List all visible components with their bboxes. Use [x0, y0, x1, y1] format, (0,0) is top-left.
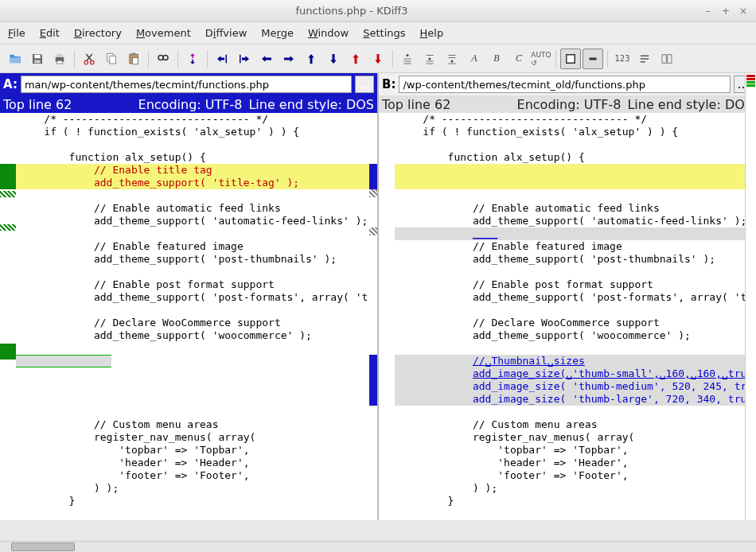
- svg-rect-11: [133, 57, 138, 64]
- svg-rect-19: [567, 54, 575, 63]
- menu-movement[interactable]: Movement: [136, 27, 191, 39]
- svg-point-13: [163, 55, 168, 60]
- window-title: functions.php - KDiff3: [6, 5, 697, 17]
- code-line: [16, 406, 377, 418]
- menu-window[interactable]: Window: [308, 27, 349, 39]
- up-conflict-icon[interactable]: [301, 49, 321, 69]
- code-line: add_image_size( 'thumb-medium', 520, 245…: [395, 380, 756, 393]
- show-numbers-button[interactable]: 123: [612, 49, 633, 69]
- pane-a-path-input[interactable]: [21, 76, 352, 93]
- pane-a-gutter: [0, 113, 16, 520]
- overview-ruler[interactable]: [745, 73, 756, 520]
- pane-a-infoline: Top line 62 Encoding: UTF-8 Line end sty…: [0, 95, 377, 113]
- code-line: function alx_setup() {: [16, 151, 377, 164]
- select-b-button[interactable]: B: [486, 49, 507, 69]
- code-line: // Custom menu areas: [395, 418, 756, 431]
- show-lineend-button[interactable]: [583, 49, 603, 69]
- svg-rect-22: [668, 54, 672, 63]
- prev-diff-icon[interactable]: [212, 49, 232, 69]
- pane-b-path-input[interactable]: [399, 76, 731, 93]
- next-diff-icon[interactable]: [234, 49, 255, 69]
- close-button[interactable]: ×: [737, 5, 750, 17]
- code-line: // Enable post format support: [16, 278, 377, 291]
- toolbar-separator: [74, 50, 75, 68]
- menu-directory[interactable]: Directory: [74, 27, 122, 39]
- pane-b-code[interactable]: /* ------------------------------ */ if …: [395, 113, 756, 520]
- pane-a-browse-button[interactable]: ...: [355, 76, 374, 93]
- up2-icon[interactable]: [345, 49, 366, 69]
- code-line: // Custom menu areas: [16, 418, 377, 431]
- code-line: // Enable automatic feed links: [395, 202, 756, 215]
- menu-help[interactable]: Help: [420, 27, 444, 39]
- svg-point-5: [84, 60, 88, 64]
- svg-point-12: [158, 55, 163, 60]
- maximize-button[interactable]: +: [719, 5, 732, 17]
- code-line: add_image_size(␣'thumb-small',␣160,␣160,…: [395, 367, 756, 380]
- next-diff2-icon[interactable]: [279, 49, 299, 69]
- code-line: add_theme_support( 'automatic-feed-links…: [395, 215, 756, 227]
- pane-a-code[interactable]: /* ------------------------------ */ if …: [16, 113, 377, 520]
- toolbar-separator: [607, 50, 608, 68]
- code-line: [395, 266, 756, 278]
- auto-icon[interactable]: AUTO↺: [531, 49, 551, 69]
- down2-icon[interactable]: [368, 49, 388, 69]
- print-icon[interactable]: [49, 49, 70, 69]
- code-line: register_nav_menus( array(: [16, 431, 377, 444]
- down-conflict-icon[interactable]: [323, 49, 344, 69]
- choose-b-icon[interactable]: [419, 49, 440, 69]
- toolbar-separator: [207, 50, 208, 68]
- pane-a-topline: Top line 62: [3, 97, 72, 112]
- code-line: [395, 342, 756, 355]
- code-line: // Enable automatic feed links: [16, 202, 377, 215]
- code-line: [16, 304, 377, 317]
- code-line: 'topbar' => 'Topbar',: [395, 444, 756, 457]
- scrollbar-thumb[interactable]: [11, 542, 75, 551]
- minimize-button[interactable]: –: [702, 5, 715, 17]
- menu-merge[interactable]: Merge: [261, 27, 294, 39]
- svg-rect-3: [57, 54, 63, 57]
- horizontal-scrollbar[interactable]: [0, 541, 756, 552]
- code-line: // Declare WooCommerce support: [395, 317, 756, 329]
- open-icon[interactable]: [5, 49, 25, 69]
- code-line: ) );: [16, 482, 377, 495]
- save-icon[interactable]: [27, 49, 48, 69]
- svg-rect-8: [110, 56, 116, 64]
- menu-diffview[interactable]: Diffview: [205, 27, 247, 39]
- code-line: [16, 355, 111, 367]
- choose-a-icon[interactable]: [397, 49, 418, 69]
- toolbar-separator: [148, 50, 149, 68]
- copy-icon[interactable]: [101, 49, 122, 69]
- code-line: [395, 177, 756, 189]
- code-line: if ( ! function_exists( 'alx_setup' ) ) …: [16, 126, 377, 138]
- goto-diff-icon[interactable]: [182, 49, 203, 69]
- prev-diff2-icon[interactable]: [256, 49, 277, 69]
- code-line: add_image_size( 'thumb-large', 720, 340,…: [395, 393, 756, 406]
- select-c-button[interactable]: C: [509, 49, 529, 69]
- svg-rect-15: [240, 54, 241, 63]
- find-icon[interactable]: [153, 49, 173, 69]
- show-whitespace-button[interactable]: [560, 49, 581, 69]
- code-line: ____: [395, 227, 756, 240]
- code-line: add_theme_support( 'post-thumbnails' );: [395, 253, 756, 266]
- code-line: [16, 367, 377, 380]
- menu-edit[interactable]: Edit: [40, 27, 60, 39]
- code-line: [16, 189, 377, 202]
- code-line: 'footer' => 'Footer',: [395, 469, 756, 482]
- code-line: register_nav_menus( array(: [395, 431, 756, 444]
- select-a-button[interactable]: A: [464, 49, 485, 69]
- split-icon[interactable]: [657, 49, 677, 69]
- code-line: add_theme_support( 'woocommerce' );: [16, 329, 377, 342]
- code-line: /* ------------------------------ */: [16, 113, 377, 126]
- code-line: // Enable featured image: [16, 240, 377, 253]
- choose-c-icon[interactable]: [442, 49, 462, 69]
- paste-icon[interactable]: [123, 49, 144, 69]
- pane-b: B: ... Top line 62 Encoding: UTF-8 Line …: [379, 73, 756, 520]
- code-line: 'header' => 'Header',: [395, 457, 756, 469]
- cut-icon[interactable]: [79, 49, 99, 69]
- wordwrap-icon[interactable]: [634, 49, 655, 69]
- menu-settings[interactable]: Settings: [363, 27, 405, 39]
- svg-point-16: [407, 54, 409, 56]
- code-line: function alx_setup() {: [395, 151, 756, 164]
- svg-rect-4: [57, 60, 63, 64]
- menu-file[interactable]: File: [8, 27, 25, 39]
